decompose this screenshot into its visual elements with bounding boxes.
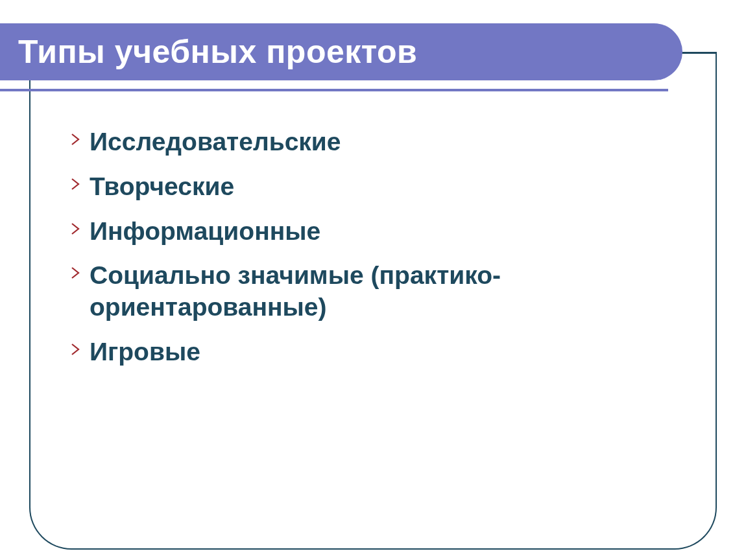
list-item: Игровые xyxy=(70,336,688,368)
list-item-text: Социально значимые (практико-ориентарова… xyxy=(90,260,688,323)
chevron-right-icon xyxy=(70,336,90,356)
list-item: Творческие xyxy=(70,171,688,203)
chevron-right-icon xyxy=(70,260,90,279)
frame-top-segment xyxy=(679,52,717,54)
content-list: Исследовательские Творческие Информацион… xyxy=(70,126,688,381)
list-item-text: Исследовательские xyxy=(90,126,341,158)
list-item: Исследовательские xyxy=(70,126,688,158)
list-item-text: Информационные xyxy=(90,216,320,248)
list-item-text: Игровые xyxy=(90,336,200,368)
title-underline xyxy=(0,89,668,91)
list-item: Информационные xyxy=(70,216,688,248)
chevron-right-icon xyxy=(70,126,90,146)
slide-title: Типы учебных проектов xyxy=(18,33,417,71)
list-item: Социально значимые (практико-ориентарова… xyxy=(70,260,688,323)
chevron-right-icon xyxy=(70,171,90,191)
chevron-right-icon xyxy=(70,216,90,235)
title-banner: Типы учебных проектов xyxy=(0,23,682,80)
list-item-text: Творческие xyxy=(90,171,234,203)
slide: Типы учебных проектов Исследовательские … xyxy=(0,0,746,560)
